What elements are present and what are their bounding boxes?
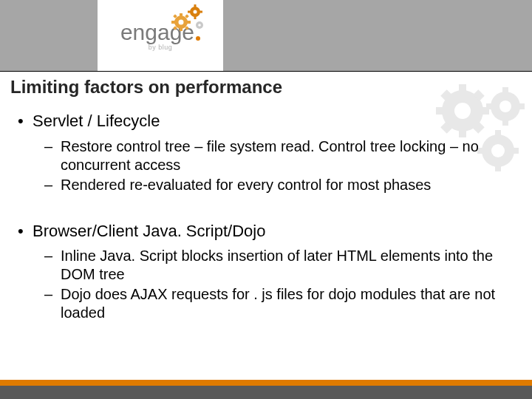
svg-rect-20 (459, 84, 466, 95)
subbullet-text: Rendered re-evaluated for every control … (61, 176, 522, 194)
svg-rect-3 (180, 27, 183, 31)
bullet-2: • Browser/Client Java. Script/Dojo (18, 221, 522, 242)
svg-rect-13 (194, 16, 197, 19)
svg-point-1 (179, 20, 184, 25)
subbullet-text: Restore control tree – file system read.… (61, 137, 522, 174)
svg-rect-4 (171, 21, 175, 24)
footer-accent (0, 380, 532, 386)
subbullet: – Restore control tree – file system rea… (44, 137, 522, 174)
svg-point-17 (198, 24, 201, 27)
subbullet: – Dojo does AJAX requests for . js files… (44, 285, 522, 322)
dash-icon: – (44, 176, 61, 194)
svg-rect-30 (502, 87, 508, 95)
bullet-text: Servlet / Lifecycle (33, 111, 522, 132)
content-area: • Servlet / Lifecycle – Restore control … (10, 106, 522, 324)
header-grey-left (0, 0, 98, 71)
svg-rect-14 (188, 11, 191, 13)
header-grey-right (223, 0, 532, 71)
subbullet-text: Dojo does AJAX requests for . js files f… (61, 285, 522, 322)
svg-rect-5 (187, 21, 191, 24)
svg-rect-15 (200, 11, 202, 13)
dash-icon: – (44, 247, 61, 284)
logo-byline: by blug (149, 44, 173, 51)
logo-dot-icon (196, 36, 200, 41)
divider (0, 71, 532, 72)
dash-icon: – (44, 285, 61, 322)
svg-rect-2 (180, 13, 183, 17)
bullet-1: • Servlet / Lifecycle (18, 111, 522, 132)
bullet-dot-icon: • (18, 111, 33, 132)
gears-icon (170, 3, 207, 33)
dash-icon: – (44, 137, 61, 174)
bullet-text: Browser/Client Java. Script/Dojo (33, 221, 522, 242)
header-bar: engage by blug (0, 0, 532, 71)
svg-rect-12 (194, 4, 197, 7)
slide-title: Limiting factors on performance (10, 77, 282, 98)
bullet-dot-icon: • (18, 221, 33, 242)
subbullet: – Rendered re-evaluated for every contro… (44, 176, 522, 194)
subbullet: – Inline Java. Script blocks insertion o… (44, 247, 522, 284)
logo: engage by blug (98, 0, 223, 71)
footer-bar (0, 386, 532, 399)
svg-point-11 (194, 10, 197, 14)
subbullet-text: Inline Java. Script blocks insertion of … (61, 247, 522, 284)
